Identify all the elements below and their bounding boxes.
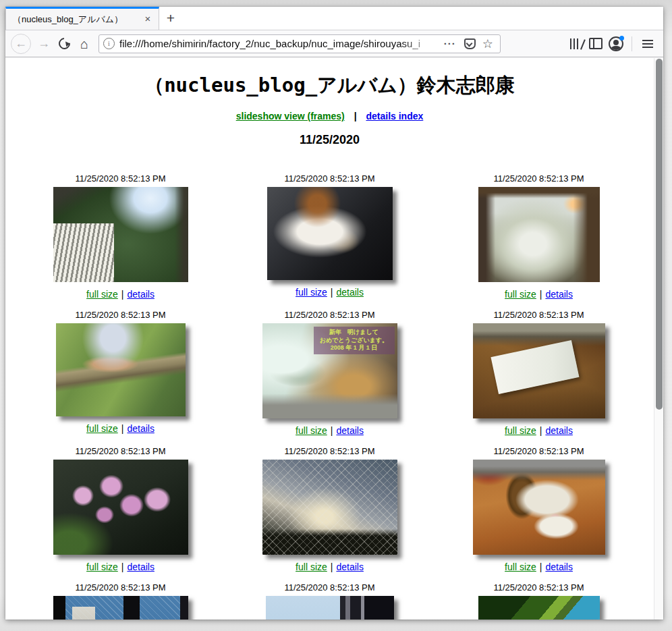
page-title: （nucleus_blog_アルバム）鈴木志郎康 [5,70,654,100]
link-separator: | [331,287,333,298]
details-link[interactable]: details [545,425,572,436]
details-link[interactable]: details [127,423,154,434]
home-button[interactable]: ⌂ [74,34,94,54]
link-separator: | [540,289,542,300]
details-link[interactable]: details [127,561,154,572]
photo-timestamp: 11/25/2020 8:52:13 PM [225,447,435,456]
bookmark-star-icon[interactable]: ☆ [482,38,493,50]
photo-thumbnail-dog[interactable] [267,187,393,280]
reload-button[interactable] [54,34,74,54]
photo-thumbnail-window-building[interactable] [53,596,188,620]
photo-links: full size|details [225,287,435,298]
date-heading: 11/25/2020 [5,133,654,147]
photo-timestamp: 11/25/2020 8:52:13 PM [16,174,225,184]
details-link[interactable]: details [545,561,572,572]
photo-cell: 11/25/2020 8:52:13 PM full size|details [435,174,644,310]
link-separator: | [121,423,124,434]
details-link[interactable]: details [127,289,154,300]
photo-timestamp: 11/25/2020 8:52:13 PM [435,310,644,320]
photo-thumbnail-leaves-sky[interactable] [478,596,600,620]
photo-thumbnail-flowers[interactable] [53,460,188,555]
menu-button[interactable] [638,34,658,54]
full-size-link[interactable]: full size [86,289,118,300]
full-size-link[interactable]: full size [505,561,536,572]
photo-cell: 11/25/2020 8:52:13 PM full size|details [435,447,644,583]
toolbar-right-icons [565,34,658,54]
photo-links: full size|details [16,561,225,573]
photo-cell: 11/25/2020 8:52:13 PM full size|details [225,174,435,310]
site-info-icon[interactable]: i [103,38,115,49]
sidebar-button[interactable] [586,34,606,54]
photo-links: full size|details [435,289,644,300]
link-separator: | [540,425,542,436]
pocket-icon[interactable] [464,38,476,49]
full-size-link[interactable]: full size [296,425,327,436]
photo-timestamp: 11/25/2020 8:52:13 PM [225,174,435,184]
link-separator: | [331,561,333,572]
full-size-link[interactable]: full size [505,425,536,436]
close-tab-icon[interactable]: × [141,13,155,26]
nav-separator: | [354,111,357,121]
photo-thumbnail-garden-window[interactable] [53,187,188,282]
details-link[interactable]: details [336,287,363,298]
photo-thumbnail-sky-window[interactable] [266,596,394,620]
photo-thumbnail-snow-garden[interactable] [478,187,600,282]
new-tab-button[interactable]: + [159,7,182,30]
photo-links: full size|details [16,423,225,435]
photo-timestamp: 11/25/2020 8:52:13 PM [225,583,435,593]
full-size-link[interactable]: full size [86,423,118,434]
photo-cell: 11/25/2020 8:52:13 PM [435,583,644,620]
full-size-link[interactable]: full size [86,561,118,572]
photo-cell: 11/25/2020 8:52:13 PM [16,583,225,620]
page-scrollbar[interactable] [654,58,663,620]
link-separator: | [121,561,124,572]
back-icon: ← [15,36,27,51]
browser-window: （nucleus_blog_アルバム） × + ← → ⌂ i file:///… [5,7,663,620]
details-index-link[interactable]: details index [366,111,423,121]
photo-timestamp: 11/25/2020 8:52:13 PM [225,310,435,320]
photo-links: full size|details [435,561,644,573]
details-link[interactable]: details [545,289,572,300]
slideshow-view-link[interactable]: slideshow view (frames) [236,111,345,121]
details-link[interactable]: details [336,425,363,436]
back-button[interactable]: ← [11,34,31,54]
page-nav: slideshow view (frames) | details index [5,111,654,122]
tab-album[interactable]: （nucleus_blog_アルバム） × [5,7,159,30]
url-text[interactable]: file:///home/shimirin/factory_2/nuc_back… [119,38,440,49]
photo-timestamp: 11/25/2020 8:52:13 PM [435,583,644,593]
scrollbar-thumb[interactable] [656,59,663,410]
url-bar[interactable]: i file:///home/shimirin/factory_2/nuc_ba… [99,34,501,53]
toolbar-separator [632,36,632,51]
home-icon: ⌂ [80,37,88,51]
full-size-link[interactable]: full size [505,289,536,300]
photo-timestamp: 11/25/2020 8:52:13 PM [16,583,225,593]
photo-cell: 11/25/2020 8:52:13 PM 新年 明けまして おめでとうございま… [225,310,435,447]
link-separator: | [331,425,333,436]
photo-timestamp: 11/25/2020 8:52:13 PM [435,447,644,456]
photo-thumbnail-sky-fence[interactable] [262,460,397,555]
account-button[interactable] [606,34,626,54]
photo-cell: 11/25/2020 8:52:13 PM full size|details [16,310,225,447]
full-size-link[interactable]: full size [296,561,327,572]
library-icon [570,38,582,49]
page-actions-icon[interactable]: ··· [444,38,456,49]
photo-thumbnail-bust[interactable] [473,460,605,555]
photo-cell: 11/25/2020 8:52:13 PM full size|details [435,310,644,447]
full-size-link[interactable]: full size [296,287,327,298]
photo-links: full size|details [16,289,225,300]
notification-dot [619,36,624,40]
forward-button[interactable]: → [34,34,54,54]
photo-thumbnail-newyear-room[interactable]: 新年 明けまして おめでとうございます。 2008 年 1 月 1 日 [262,323,397,418]
photo-timestamp: 11/25/2020 8:52:13 PM [435,174,644,184]
sidebar-icon [589,38,603,49]
details-link[interactable]: details [336,561,363,572]
library-button[interactable] [565,34,586,54]
forward-icon: → [38,36,50,51]
photo-cell: 11/25/2020 8:52:13 PM full size|details [225,447,435,583]
link-separator: | [121,289,124,300]
photo-thumbnail-dragonfly[interactable] [56,323,186,416]
photo-cell: 11/25/2020 8:52:13 PM full size|details [16,174,225,310]
photo-thumbnail-book[interactable] [473,323,605,418]
tab-title: （nucleus_blog_アルバム） [13,13,141,26]
reload-icon [56,36,72,52]
